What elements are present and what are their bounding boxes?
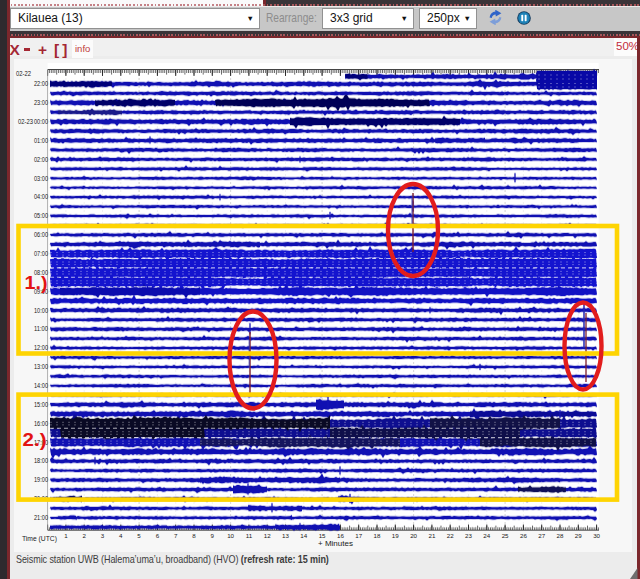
svg-text:+ Minutes: + Minutes xyxy=(318,540,353,547)
svg-text:1: 1 xyxy=(64,532,68,539)
svg-text:26: 26 xyxy=(520,532,527,539)
svg-text:17: 17 xyxy=(355,532,362,539)
svg-text:02-22: 02-22 xyxy=(16,70,31,77)
svg-text:4: 4 xyxy=(119,532,123,539)
svg-text:3: 3 xyxy=(101,532,105,539)
svg-text:12: 12 xyxy=(264,532,271,539)
svg-text:22:00: 22:00 xyxy=(34,80,48,87)
svg-text:24: 24 xyxy=(483,532,490,539)
svg-text:13:00: 13:00 xyxy=(34,363,48,370)
svg-text:2.): 2.) xyxy=(23,429,47,450)
svg-text:21:00: 21:00 xyxy=(34,514,48,521)
svg-text:30: 30 xyxy=(593,532,600,539)
svg-text:19: 19 xyxy=(392,532,399,539)
svg-text:11:00: 11:00 xyxy=(34,325,48,332)
svg-text:03:00: 03:00 xyxy=(34,175,48,182)
svg-text:14:00: 14:00 xyxy=(34,382,48,389)
svg-text:10:00: 10:00 xyxy=(34,307,48,314)
svg-text:20: 20 xyxy=(410,532,417,539)
svg-text:27: 27 xyxy=(538,532,545,539)
svg-text:Time (UTC): Time (UTC) xyxy=(22,535,57,543)
svg-text:12:00: 12:00 xyxy=(34,344,48,351)
svg-text:2: 2 xyxy=(82,532,86,539)
svg-text:25: 25 xyxy=(502,532,509,539)
svg-text:28: 28 xyxy=(557,532,564,539)
svg-text:01:00: 01:00 xyxy=(34,137,48,144)
svg-text:19:00: 19:00 xyxy=(34,476,48,483)
svg-text:5: 5 xyxy=(137,532,141,539)
svg-text:04:00: 04:00 xyxy=(34,193,48,200)
svg-text:10: 10 xyxy=(227,532,234,539)
svg-text:02:00: 02:00 xyxy=(34,156,48,163)
svg-text:05:00: 05:00 xyxy=(34,212,48,219)
svg-text:18:00: 18:00 xyxy=(34,457,48,464)
svg-text:02-23: 02-23 xyxy=(18,118,33,125)
svg-text:9: 9 xyxy=(211,532,215,539)
svg-text:13: 13 xyxy=(282,532,289,539)
svg-text:21: 21 xyxy=(428,532,435,539)
svg-text:07:00: 07:00 xyxy=(34,250,48,257)
svg-text:14: 14 xyxy=(300,532,307,539)
svg-text:16: 16 xyxy=(337,532,344,539)
svg-text:8: 8 xyxy=(192,532,196,539)
svg-text:23:00: 23:00 xyxy=(34,99,48,106)
svg-text:23: 23 xyxy=(465,532,472,539)
svg-text:7: 7 xyxy=(174,532,178,539)
svg-text:29: 29 xyxy=(575,532,582,539)
svg-text:00:00: 00:00 xyxy=(34,118,48,125)
svg-text:18: 18 xyxy=(374,532,381,539)
svg-text:11: 11 xyxy=(246,532,253,539)
svg-text:22: 22 xyxy=(447,532,454,539)
svg-text:06:00: 06:00 xyxy=(34,231,48,238)
svg-text:6: 6 xyxy=(156,532,160,539)
svg-text:15:00: 15:00 xyxy=(34,401,48,408)
svg-text:15: 15 xyxy=(319,532,326,539)
svg-text:1.): 1.) xyxy=(25,272,48,293)
svg-text:16:00: 16:00 xyxy=(34,420,48,427)
